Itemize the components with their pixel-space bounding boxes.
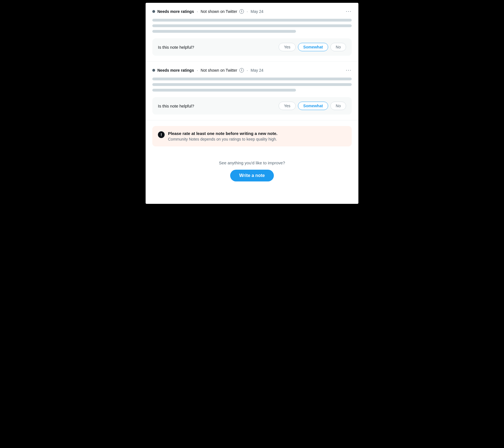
more-icon-1[interactable]: ··· — [346, 8, 352, 14]
no-button-1[interactable]: No — [330, 43, 346, 51]
skeleton-line — [152, 89, 296, 92]
helpful-question-2: Is this note helpful? — [158, 104, 194, 108]
warning-box: ! Please rate at least one note before w… — [152, 126, 352, 146]
warning-subtitle: Community Notes depends on you ratings t… — [168, 137, 277, 141]
date-1: May 24 — [251, 9, 263, 14]
skeleton-line — [152, 19, 352, 22]
somewhat-button-1[interactable]: Somewhat — [298, 43, 328, 51]
skeleton-line — [152, 30, 296, 33]
warning-content: Please rate at least one note before wri… — [168, 131, 277, 141]
no-button-2[interactable]: No — [330, 102, 346, 110]
not-shown-text-2: Not shown on Twitter — [201, 68, 237, 73]
info-icon-2[interactable]: i — [239, 68, 244, 73]
not-shown-text-1: Not shown on Twitter — [201, 9, 237, 14]
skeleton-lines-2 — [152, 78, 352, 92]
helpful-box-1: Is this note helpful? Yes Somewhat No — [152, 38, 352, 56]
see-anything-text: See anything you'd like to improve? — [219, 160, 285, 165]
warning-title: Please rate at least one note before wri… — [168, 131, 277, 136]
skeleton-line — [152, 78, 352, 80]
status-dot-1 — [152, 10, 155, 13]
helpful-question-1: Is this note helpful? — [158, 45, 194, 50]
status-dot-2 — [152, 69, 155, 72]
note-header-2: Needs more ratings · Not shown on Twitte… — [152, 67, 352, 73]
skeleton-line — [152, 24, 352, 27]
note-header-left-2: Needs more ratings · Not shown on Twitte… — [152, 68, 263, 73]
more-icon-2[interactable]: ··· — [346, 67, 352, 73]
info-icon-1[interactable]: i — [239, 9, 244, 14]
note-header-1: Needs more ratings · Not shown on Twitte… — [152, 8, 352, 14]
note-card-2: Needs more ratings · Not shown on Twitte… — [146, 62, 358, 120]
yes-button-1[interactable]: Yes — [279, 43, 296, 51]
skeleton-lines-1 — [152, 19, 352, 33]
main-container: Needs more ratings · Not shown on Twitte… — [146, 3, 358, 204]
note-header-left-1: Needs more ratings · Not shown on Twitte… — [152, 9, 263, 14]
note-card-1: Needs more ratings · Not shown on Twitte… — [146, 3, 358, 62]
helpful-buttons-1: Yes Somewhat No — [279, 43, 346, 51]
write-note-button[interactable]: Write a note — [230, 170, 274, 181]
skeleton-line — [152, 83, 352, 86]
helpful-buttons-2: Yes Somewhat No — [279, 102, 346, 110]
status-text-1: Needs more ratings — [157, 9, 194, 14]
warning-icon: ! — [158, 131, 165, 138]
somewhat-button-2[interactable]: Somewhat — [298, 102, 328, 110]
status-text-2: Needs more ratings — [157, 68, 194, 73]
yes-button-2[interactable]: Yes — [279, 102, 296, 110]
date-2: May 24 — [251, 68, 263, 73]
bottom-section: See anything you'd like to improve? Writ… — [146, 152, 358, 187]
helpful-box-2: Is this note helpful? Yes Somewhat No — [152, 97, 352, 115]
